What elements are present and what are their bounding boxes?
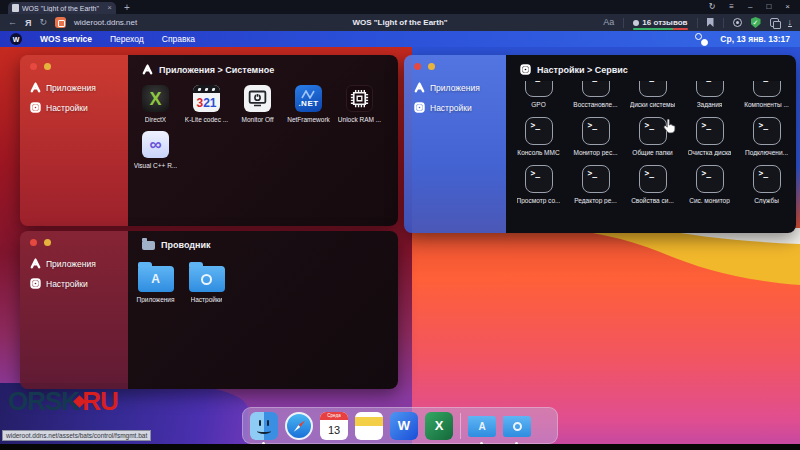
dock-excel[interactable]: X (425, 412, 453, 440)
url-field[interactable]: wideroot.ddns.net (74, 18, 137, 27)
service-system-monitor[interactable]: >_ Сис. монитор (681, 165, 738, 204)
protect-shield-icon[interactable]: ✓ (751, 17, 761, 28)
minimize-button[interactable]: – (748, 3, 752, 11)
calendar-icon: Среда 13 (320, 412, 348, 440)
window-settings: Приложения Настройки Настройки > Сервис … (404, 55, 796, 233)
back-icon[interactable]: ← (8, 18, 17, 27)
minimize-window-icon[interactable] (428, 63, 435, 70)
app-monitor-off[interactable]: Monitor Off (232, 85, 283, 123)
new-tab-button[interactable]: + (124, 2, 130, 14)
terminal-icon: >_ (696, 117, 724, 145)
dock-finder[interactable] (250, 412, 278, 440)
notes-icon (355, 412, 383, 440)
terminal-icon: >_ (696, 81, 724, 97)
menu-perehod[interactable]: Переход (110, 34, 144, 44)
menu-wos-service[interactable]: WOS service (40, 34, 92, 44)
breadcrumb: Настройки > Сервис (537, 65, 628, 75)
dock-folder-settings[interactable] (503, 412, 531, 440)
close-window-icon[interactable] (30, 239, 37, 246)
extensions-icon[interactable] (770, 18, 779, 27)
sidebar-item-settings[interactable]: Настройки (30, 278, 128, 289)
reviews-widget[interactable]: 16 отзывов (633, 18, 687, 27)
menu-clock: Ср, 13 янв. 13:17 (720, 34, 790, 44)
sidebar-item-settings[interactable]: Настройки (414, 102, 506, 113)
sidebar-item-apps[interactable]: Приложения (414, 82, 506, 93)
close-window-icon[interactable] (30, 63, 37, 70)
service-grid-row: >_ Просмотр со... >_ Редактор ре... >_ С… (506, 165, 796, 204)
tab-sync-icon[interactable]: ↻ (709, 3, 716, 11)
service-event-viewer[interactable]: >_ Просмотр со... (510, 165, 567, 204)
site-security-badge-icon[interactable] (55, 17, 66, 28)
window-explorer-header: Проводник (128, 231, 398, 252)
dock-calendar[interactable]: Среда 13 (320, 412, 348, 440)
service-services[interactable]: >_ Службы (738, 165, 795, 204)
tab-close-icon[interactable]: × (107, 4, 112, 12)
browser-menu-icon[interactable]: ≡ (729, 3, 734, 11)
traffic-lights (30, 63, 128, 70)
klite-icon: 321 (193, 85, 220, 112)
dock-word[interactable]: W (390, 412, 418, 440)
breadcrumb: Приложения > Системное (159, 65, 274, 75)
service-tasks[interactable]: >_ Задания (681, 81, 738, 108)
yandex-icon[interactable]: Я (25, 18, 31, 28)
reviews-count: 16 отзывов (642, 18, 687, 27)
user-switcher-icon[interactable] (695, 33, 708, 46)
screen-bezel (0, 444, 800, 450)
minimize-window-icon[interactable] (44, 239, 51, 246)
service-resource-monitor[interactable]: >_ Монитор рес... (567, 117, 624, 156)
menu-spravka[interactable]: Справка (162, 34, 195, 44)
app-visual-cpp[interactable]: ∞ Visual C++ R... (130, 131, 181, 169)
terminal-icon: >_ (753, 117, 781, 145)
tab-title: WOS "Light of the Earth" (22, 5, 104, 12)
service-restore[interactable]: >_ Восстановле... (567, 81, 624, 108)
gear-icon (520, 64, 531, 75)
browser-tab[interactable]: WOS "Light of the Earth" × (8, 2, 116, 14)
service-components[interactable]: >_ Компоненты ... (738, 81, 795, 108)
close-window-icon[interactable] (414, 63, 421, 70)
apps-folder-icon: A (138, 266, 174, 292)
download-icon[interactable]: ↓ (788, 18, 793, 27)
service-mmc[interactable]: >_ Консоль MMC (510, 117, 567, 156)
folder-apps[interactable]: A Приложения (130, 260, 181, 303)
terminal-icon: >_ (525, 117, 553, 145)
dock-notes[interactable] (355, 412, 383, 440)
folder-settings[interactable]: Настройки (181, 260, 232, 303)
window-settings-sidebar: Приложения Настройки (404, 55, 506, 233)
maximize-button[interactable]: □ (766, 3, 771, 11)
terminal-icon: >_ (696, 165, 724, 193)
app-unlock-ram[interactable]: Unlock RAM ... (334, 85, 385, 123)
service-connections[interactable]: >_ Подключени... (738, 117, 795, 156)
explorer-grid-row: A Приложения Настройки (128, 252, 398, 303)
dock-safari[interactable] (285, 412, 313, 440)
dock: Среда 13 W X A (242, 407, 558, 444)
close-button[interactable]: × (785, 3, 790, 11)
page-favicon-icon (12, 4, 19, 12)
app-grid-row: X DirectX 321 K-Lite codec ... (128, 77, 398, 123)
terminal-icon: >_ (639, 165, 667, 193)
service-disks[interactable]: >_ Диски системы (624, 81, 681, 108)
bookmark-icon[interactable] (707, 18, 714, 27)
service-registry-editor[interactable]: >_ Редактор ре... (567, 165, 624, 204)
service-system-properties[interactable]: >_ Свойства си... (624, 165, 681, 204)
app-directx[interactable]: X DirectX (130, 85, 181, 123)
dock-folder-apps[interactable]: A (468, 412, 496, 440)
window-settings-content: Настройки > Сервис >_ GPO >_ Восстановле… (506, 55, 796, 233)
wos-logo-icon[interactable]: W (10, 33, 22, 45)
sidebar-item-apps[interactable]: Приложения (30, 82, 128, 93)
terminal-icon: >_ (582, 117, 610, 145)
settings-folder-icon (189, 266, 225, 292)
translate-icon[interactable]: Aа (603, 18, 614, 27)
alice-assistant-icon[interactable] (733, 18, 742, 27)
service-disk-cleanup[interactable]: >_ Очистка диска (681, 117, 738, 156)
app-netframework[interactable]: .NET NetFramework (283, 85, 334, 123)
service-gpo[interactable]: >_ GPO (510, 81, 567, 108)
app-klite-codec[interactable]: 321 K-Lite codec ... (181, 85, 232, 123)
minimize-window-icon[interactable] (44, 63, 51, 70)
sidebar-item-settings[interactable]: Настройки (30, 102, 128, 113)
gear-icon (30, 102, 41, 113)
reload-icon[interactable]: ↻ (39, 18, 47, 27)
monitor-off-icon (244, 85, 271, 112)
review-bubble-icon (633, 20, 639, 26)
window-explorer: Приложения Настройки Проводник A Приложе… (20, 231, 398, 389)
sidebar-item-apps[interactable]: Приложения (30, 258, 128, 269)
